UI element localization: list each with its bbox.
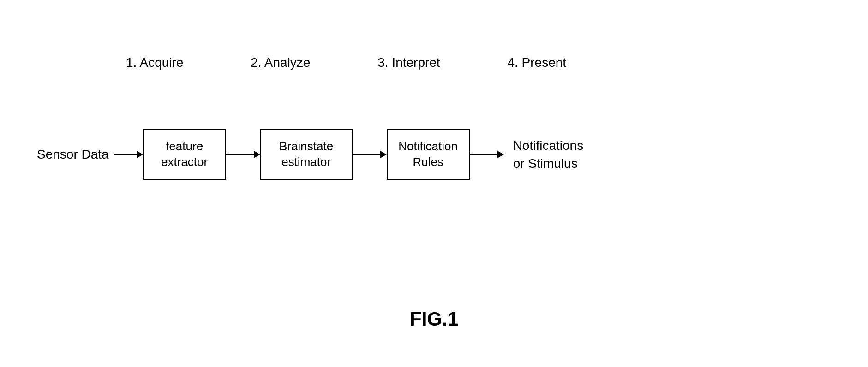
- arrow-4: [470, 151, 504, 158]
- step3-label: 3. Interpret: [377, 55, 440, 70]
- arrow-3: [353, 151, 387, 158]
- arrow-line-2: [226, 154, 254, 155]
- flow-row: Sensor Data feature extractor Brainstate…: [37, 129, 583, 180]
- feature-extractor-box: feature extractor: [143, 129, 226, 180]
- output-line1: Notifications: [513, 138, 584, 153]
- step2-label: 2. Analyze: [251, 55, 310, 70]
- step4-label: 4. Present: [507, 55, 566, 70]
- arrow-head-2: [254, 151, 260, 158]
- arrow-1: [114, 151, 143, 158]
- figure-caption: FIG.1: [410, 308, 458, 330]
- output-line2: or Stimulus: [513, 156, 578, 171]
- box3-line2: Rules: [413, 155, 443, 169]
- arrow-line-1: [114, 154, 137, 155]
- box1-line1: feature: [166, 139, 203, 153]
- arrow-line-4: [470, 154, 497, 155]
- output-label: Notifications or Stimulus: [513, 136, 584, 172]
- step1-label: 1. Acquire: [126, 55, 184, 70]
- arrow-line-3: [353, 154, 380, 155]
- brainstate-estimator-box: Brainstate estimator: [260, 129, 353, 180]
- box1-line2: extractor: [161, 155, 208, 169]
- box2-line1: Brainstate: [279, 139, 333, 153]
- brainstate-estimator-text: Brainstate estimator: [279, 139, 333, 170]
- box2-line2: estimator: [281, 155, 331, 169]
- feature-extractor-text: feature extractor: [161, 139, 208, 170]
- arrow-head-3: [380, 151, 387, 158]
- arrow-head-4: [497, 151, 504, 158]
- notification-rules-box: Notification Rules: [387, 129, 470, 180]
- box3-line1: Notification: [398, 139, 458, 153]
- arrow-2: [226, 151, 260, 158]
- sensor-data-label: Sensor Data: [37, 147, 109, 162]
- diagram-container: 1. Acquire 2. Analyze 3. Interpret 4. Pr…: [0, 0, 868, 367]
- notification-rules-text: Notification Rules: [398, 139, 458, 170]
- step-labels-row: 1. Acquire 2. Analyze 3. Interpret 4. Pr…: [92, 55, 600, 70]
- arrow-head-1: [137, 151, 143, 158]
